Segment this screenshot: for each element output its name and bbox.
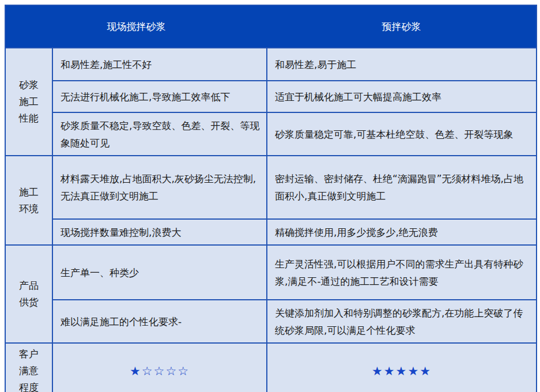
category-product-supply: 产品 供货 <box>5 245 52 343</box>
category-construction-environment: 施工 环境 <box>5 156 52 245</box>
table-row: 施工 环境 材料露天堆放,占地面积大,灰砂扬尘无法控制,无法真正做到文明施工 密… <box>5 156 537 219</box>
table-row: 现场搅拌数量难控制,浪费大 精确搅拌使用,用多少搅多少,绝无浪费 <box>5 219 537 245</box>
table-row: 客户 满意 程度 ★☆☆☆☆ ★★★★★ <box>5 343 537 392</box>
table-row: 砂浆质量不稳定,导致空鼓、色差、开裂、等现象随处可见 砂浆质量稳定可靠,可基本杜… <box>5 112 537 156</box>
cell-environment-2-left: 现场搅拌数量难控制,浪费大 <box>52 219 267 245</box>
cell-performance-3-left: 砂浆质量不稳定,导致空鼓、色差、开裂、等现象随处可见 <box>52 112 267 156</box>
cell-supply-2-right: 关键添加剂加入和特别调整的砂浆配方,在功能上突破了传统砂浆局限,可以满足个性化要… <box>267 300 537 343</box>
cell-environment-1-left: 材料露天堆放,占地面积大,灰砂扬尘无法控制,无法真正做到文明施工 <box>52 156 267 219</box>
cell-supply-1-left: 生产单一、种类少 <box>52 245 267 300</box>
header-site-mixed-mortar: 现场搅拌砂浆 <box>5 5 267 48</box>
header-row: 现场搅拌砂浆 预拌砂浆 <box>5 5 537 48</box>
page: 现场搅拌砂浆 预拌砂浆 砂浆 施工 性能 和易性差,施工性不好 和易性差,易于施… <box>0 0 540 392</box>
header-premixed-mortar: 预拌砂浆 <box>267 5 537 48</box>
table-row: 无法进行机械化施工,导致施工效率低下 适宜于机械化施工可大幅提高施工效率 <box>5 81 537 112</box>
cell-performance-2-right: 适宜于机械化施工可大幅提高施工效率 <box>267 81 537 112</box>
cell-performance-2-left: 无法进行机械化施工,导致施工效率低下 <box>52 81 267 112</box>
cell-performance-1-right: 和易性差,易于施工 <box>267 48 537 81</box>
cell-supply-2-left: 难以满足施工的个性化要求- <box>52 300 267 343</box>
mortar-comparison-table: 现场搅拌砂浆 预拌砂浆 砂浆 施工 性能 和易性差,施工性不好 和易性差,易于施… <box>5 5 537 392</box>
star-rating-site-mixed: ★☆☆☆☆ <box>52 343 267 392</box>
star-rating-premixed: ★★★★★ <box>267 343 537 392</box>
table-row: 产品 供货 生产单一、种类少 生产灵活性强,可以根据用户不同的需求生产出具有特种… <box>5 245 537 300</box>
cell-supply-1-right: 生产灵活性强,可以根据用户不同的需求生产出具有特种砂浆,满足不-通过的施工工艺和… <box>267 245 537 300</box>
table-row: 难以满足施工的个性化要求- 关键添加剂加入和特别调整的砂浆配方,在功能上突破了传… <box>5 300 537 343</box>
cell-performance-1-left: 和易性差,施工性不好 <box>52 48 267 81</box>
category-mortar-performance: 砂浆 施工 性能 <box>5 48 52 156</box>
table-row: 砂浆 施工 性能 和易性差,施工性不好 和易性差,易于施工 <box>5 48 537 81</box>
category-customer-satisfaction: 客户 满意 程度 <box>5 343 52 392</box>
cell-environment-1-right: 密封运输、密封储存、杜绝“滴漏跑冒”无须材料堆场,占地面积小,真正做到文明施工 <box>267 156 537 219</box>
cell-performance-3-right: 砂浆质量稳定可靠,可基本杜绝空鼓、色差、开裂等现象 <box>267 112 537 156</box>
cell-environment-2-right: 精确搅拌使用,用多少搅多少,绝无浪费 <box>267 219 537 245</box>
